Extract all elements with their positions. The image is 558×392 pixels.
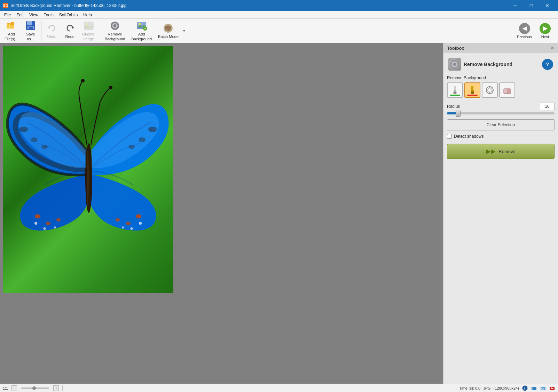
toolbar-sep-2 bbox=[100, 21, 100, 41]
zoom-level: 1:1 bbox=[3, 386, 8, 390]
batch-label: Batch Mode bbox=[158, 34, 179, 39]
svg-point-11 bbox=[86, 23, 88, 25]
next-button[interactable]: ▶ Next bbox=[536, 21, 554, 41]
remove-bg-section-label: Remove Background bbox=[447, 75, 555, 80]
share1-icon[interactable]: f bbox=[531, 385, 537, 391]
svg-point-32 bbox=[56, 218, 61, 222]
menu-softorbits[interactable]: SoftOrbits bbox=[56, 11, 80, 19]
zoom-control: 1:1 bbox=[3, 386, 8, 390]
svg-point-31 bbox=[46, 222, 50, 225]
remove-brush-button[interactable] bbox=[464, 82, 480, 98]
svg-point-19 bbox=[139, 23, 141, 25]
video-icon[interactable] bbox=[549, 385, 555, 391]
svg-rect-64 bbox=[504, 93, 511, 94]
menu-help[interactable]: Help bbox=[80, 11, 95, 19]
detect-shadows-label[interactable]: Detect shadows bbox=[454, 134, 484, 139]
zoom-handle[interactable] bbox=[32, 386, 36, 390]
svg-point-37 bbox=[44, 227, 46, 230]
svg-point-36 bbox=[34, 222, 37, 225]
canvas-scroll[interactable] bbox=[0, 43, 443, 384]
info-icon[interactable]: i bbox=[522, 385, 528, 391]
help-button[interactable]: ? bbox=[542, 59, 553, 70]
add-bg-icon: + bbox=[136, 20, 147, 31]
toolbar-expand-icon[interactable]: ▼ bbox=[182, 29, 186, 33]
share2-icon[interactable]: tw bbox=[540, 385, 546, 391]
svg-point-43 bbox=[87, 150, 89, 206]
tool-name-label: Remove Background bbox=[464, 62, 512, 67]
menu-view[interactable]: View bbox=[26, 11, 41, 19]
remove-background-button[interactable]: RemoveBackground bbox=[102, 19, 128, 42]
zoom-slider[interactable] bbox=[21, 387, 49, 389]
original-image-label: OriginalImage bbox=[82, 32, 95, 41]
svg-point-34 bbox=[126, 222, 131, 225]
menu-edit[interactable]: Edit bbox=[14, 11, 26, 19]
status-bar: 1:1 − + Time (s): 0.0 JPG (1280x960x24) … bbox=[0, 384, 558, 392]
status-right: Time (s): 0.0 JPG (1280x960x24) i f tw bbox=[459, 385, 555, 391]
minimize-button[interactable]: ─ bbox=[507, 0, 523, 11]
tool-section-header: Remove Background ? bbox=[447, 57, 555, 72]
window-title: SoftOrbits Background Remover - butterfl… bbox=[10, 3, 127, 8]
toolbox-header: Toolbox ✕ bbox=[443, 43, 558, 53]
svg-text:i: i bbox=[524, 386, 525, 390]
butterfly-image bbox=[3, 46, 173, 293]
batch-icon bbox=[163, 23, 174, 34]
tool-large-icon bbox=[448, 58, 461, 71]
remove-button[interactable]: ▶▶ Remove bbox=[447, 144, 555, 159]
undo-button[interactable]: Undo bbox=[43, 19, 61, 42]
prev-next-area: ◀ Previous ▶ Next bbox=[514, 19, 557, 42]
right-panel: Toolbox ✕ Remove Background ? Remove Bac bbox=[443, 43, 558, 384]
detect-shadows-row: Detect shadows bbox=[447, 134, 555, 139]
save-as-button[interactable]: Saveas... bbox=[22, 19, 40, 42]
close-button[interactable]: ✕ bbox=[539, 0, 555, 11]
menu-file[interactable]: File bbox=[1, 11, 14, 19]
clear-selection-button[interactable]: Clear Selection bbox=[447, 119, 555, 130]
canvas-area[interactable] bbox=[0, 43, 443, 384]
remove-bg-label: RemoveBackground bbox=[105, 32, 125, 41]
svg-point-35 bbox=[116, 218, 120, 222]
radius-input[interactable] bbox=[540, 103, 555, 110]
menu-bar: File Edit View Tools SoftOrbits Help bbox=[0, 11, 558, 19]
svg-rect-2 bbox=[11, 22, 14, 25]
batch-mode-button[interactable]: Batch Mode bbox=[155, 19, 182, 42]
svg-point-16 bbox=[113, 24, 116, 27]
eraser-button[interactable] bbox=[499, 82, 515, 98]
radius-label: Radius bbox=[447, 104, 460, 109]
menu-tools[interactable]: Tools bbox=[41, 11, 56, 19]
svg-point-44 bbox=[81, 79, 85, 82]
original-image-button[interactable]: OriginalImage bbox=[79, 19, 99, 42]
add-background-button[interactable]: + AddBackground bbox=[128, 19, 155, 42]
detect-shadows-checkbox[interactable] bbox=[447, 134, 452, 139]
smart-brush-icon bbox=[485, 85, 495, 95]
redo-button[interactable]: Redo bbox=[61, 19, 79, 42]
window-controls: ─ □ ✕ bbox=[507, 0, 555, 11]
add-files-label: AddFile(s)... bbox=[5, 32, 18, 41]
status-sep-1 bbox=[62, 385, 63, 391]
brush-tools bbox=[447, 82, 555, 98]
title-bar-left: SO SoftOrbits Background Remover - butte… bbox=[3, 3, 127, 8]
svg-text:+: + bbox=[9, 25, 10, 29]
add-files-button[interactable]: + AddFile(s)... bbox=[1, 19, 22, 42]
maximize-button[interactable]: □ bbox=[523, 0, 539, 11]
toolbox-title: Toolbox bbox=[447, 46, 464, 51]
time-label: Time (s): 0.0 bbox=[459, 386, 480, 390]
app-icon: SO bbox=[3, 3, 8, 8]
toolbox-close-button[interactable]: ✕ bbox=[550, 45, 555, 51]
zoom-in-button[interactable]: + bbox=[53, 385, 59, 391]
undo-icon bbox=[46, 23, 57, 34]
svg-point-38 bbox=[54, 226, 56, 229]
svg-text:+: + bbox=[144, 27, 146, 31]
svg-point-57 bbox=[488, 88, 492, 92]
svg-text:tw: tw bbox=[541, 387, 544, 390]
zoom-out-button[interactable]: − bbox=[11, 385, 17, 391]
previous-label: Previous bbox=[517, 35, 532, 39]
radius-section: Radius bbox=[447, 103, 555, 114]
svg-point-55 bbox=[471, 92, 474, 94]
toolbox-content: Remove Background ? Remove Background bbox=[443, 53, 558, 384]
smart-brush-button[interactable] bbox=[482, 82, 498, 98]
slider-thumb[interactable] bbox=[456, 110, 461, 117]
add-files-icon: + bbox=[6, 20, 17, 31]
next-icon: ▶ bbox=[540, 23, 551, 34]
previous-button[interactable]: ◀ Previous bbox=[514, 21, 535, 41]
radius-slider[interactable] bbox=[447, 112, 555, 114]
keep-brush-button[interactable] bbox=[447, 82, 463, 98]
